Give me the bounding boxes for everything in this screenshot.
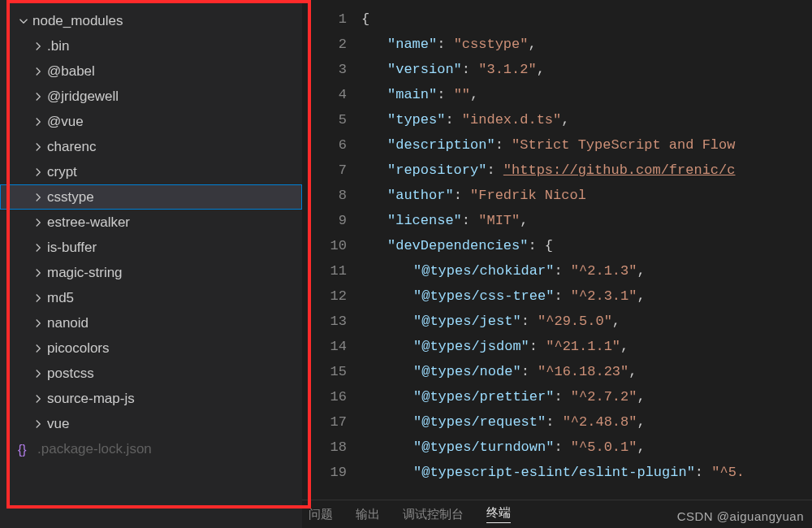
tree-folder[interactable]: @jridgewell: [0, 84, 302, 109]
tree-label: nanoid: [47, 315, 89, 331]
code-line: {: [361, 6, 812, 32]
line-number: 6: [302, 132, 347, 158]
line-number: 8: [302, 183, 347, 208]
tree-label: crypt: [47, 164, 77, 180]
tree-folder[interactable]: .bin: [0, 33, 302, 58]
tree-folder[interactable]: postcss: [0, 361, 302, 386]
line-number: 16: [302, 384, 347, 409]
code-line: "license": "MIT",: [361, 208, 812, 233]
chevron-right-icon: [32, 217, 44, 228]
tree-folder[interactable]: picocolors: [0, 335, 302, 361]
tree-folder[interactable]: csstype: [0, 184, 302, 210]
tree-label: @jridgewell: [47, 89, 119, 105]
line-number: 7: [302, 158, 347, 183]
tree-folder[interactable]: @vue: [0, 109, 302, 134]
code-line: "types": "index.d.ts",: [361, 107, 812, 132]
line-number: 11: [302, 258, 347, 283]
code-content[interactable]: {"name": "csstype","version": "3.1.2","m…: [361, 0, 812, 500]
tree-folder[interactable]: estree-walker: [0, 210, 302, 235]
chevron-right-icon: [32, 91, 44, 102]
code-line: "@types/chokidar": "^2.1.3",: [361, 258, 812, 283]
code-editor[interactable]: 12345678910111213141516171819 {"name": "…: [302, 0, 812, 528]
code-line: "devDependencies": {: [361, 233, 812, 258]
code-line: "repository": "https://github.com/frenic…: [361, 158, 812, 183]
code-line: "@types/prettier": "^2.7.2",: [361, 384, 812, 409]
line-number: 13: [302, 309, 347, 334]
code-line: "@types/jest": "^29.5.0",: [361, 309, 812, 334]
svg-text:{}: {}: [18, 442, 27, 456]
code-line: "description": "Strict TypeScript and Fl…: [361, 132, 812, 158]
line-number: 10: [302, 233, 347, 258]
line-number: 5: [302, 107, 347, 132]
panel-tab[interactable]: 终端: [486, 505, 511, 523]
panel-tab[interactable]: 调试控制台: [403, 507, 464, 522]
code-line: "@types/jsdom": "^21.1.1",: [361, 334, 812, 359]
chevron-down-icon: [18, 15, 29, 27]
chevron-right-icon: [32, 343, 44, 354]
tree-folder[interactable]: crypt: [0, 159, 302, 184]
tree-folder[interactable]: md5: [0, 285, 302, 310]
chevron-right-icon: [32, 116, 44, 128]
line-number: 3: [302, 57, 347, 82]
chevron-right-icon: [32, 418, 44, 430]
code-line: "version": "3.1.2",: [361, 57, 812, 82]
tree-label: md5: [47, 290, 74, 306]
line-number: 15: [302, 359, 347, 384]
tree-folder[interactable]: nanoid: [0, 310, 302, 335]
code-line: "@types/turndown": "^5.0.1",: [361, 435, 812, 460]
tree-label: .package-lock.json: [37, 441, 152, 457]
line-number: 17: [302, 409, 347, 435]
chevron-right-icon: [32, 393, 44, 405]
code-line: "@types/request": "^2.48.8",: [361, 409, 812, 435]
tree-folder[interactable]: vue: [0, 411, 302, 436]
line-number: 19: [302, 460, 347, 485]
code-line: "author": "Fredrik Nicol: [361, 183, 812, 208]
tree-label: estree-walker: [47, 214, 130, 231]
tree-label: vue: [47, 416, 69, 432]
tree-folder[interactable]: magic-string: [0, 260, 302, 285]
json-file-icon: {}: [18, 442, 32, 457]
chevron-right-icon: [32, 167, 44, 178]
line-number: 9: [302, 208, 347, 233]
line-number: 4: [302, 82, 347, 107]
tree-label: postcss: [47, 366, 94, 382]
chevron-right-icon: [32, 267, 44, 279]
tree-label: picocolors: [47, 340, 110, 357]
line-number: 1: [302, 6, 347, 32]
chevron-right-icon: [32, 292, 44, 304]
chevron-right-icon: [32, 192, 44, 203]
tree-folder-root[interactable]: node_modules: [0, 8, 302, 33]
tree-label: @babel: [47, 63, 95, 80]
chevron-right-icon: [32, 318, 44, 329]
chevron-right-icon: [32, 368, 44, 379]
code-line: "@types/node": "^16.18.23",: [361, 359, 812, 384]
tree-folder[interactable]: @babel: [0, 58, 302, 84]
file-explorer[interactable]: node_modules .bin@babel@jridgewell@vuech…: [0, 0, 302, 528]
chevron-right-icon: [32, 141, 44, 153]
line-number: 2: [302, 32, 347, 57]
chevron-right-icon: [32, 242, 44, 253]
tree-label: .bin: [47, 38, 69, 54]
code-line: "main": "",: [361, 82, 812, 107]
tree-label: csstype: [47, 189, 94, 206]
tree-folder[interactable]: source-map-js: [0, 386, 302, 411]
tree-label: source-map-js: [47, 391, 135, 407]
tree-label: charenc: [47, 139, 96, 155]
line-number: 12: [302, 283, 347, 309]
panel-tab[interactable]: 输出: [356, 507, 380, 522]
tree-label: @vue: [47, 114, 84, 130]
tree-folder[interactable]: charenc: [0, 134, 302, 159]
code-line: "@types/css-tree": "^2.3.1",: [361, 283, 812, 309]
panel-tab[interactable]: 问题: [309, 507, 333, 522]
line-number: 14: [302, 334, 347, 359]
tree-label: is-buffer: [47, 240, 97, 256]
tree-file[interactable]: {} .package-lock.json: [0, 436, 302, 461]
tree-label: magic-string: [47, 265, 123, 281]
tree-folder[interactable]: is-buffer: [0, 235, 302, 260]
chevron-right-icon: [32, 41, 44, 52]
code-line: "name": "csstype",: [361, 32, 812, 57]
code-line: "@typescript-eslint/eslint-plugin": "^5.: [361, 460, 812, 485]
watermark: CSDN @aiguangyuan: [677, 509, 804, 523]
line-number: 18: [302, 435, 347, 460]
chevron-right-icon: [32, 66, 44, 77]
